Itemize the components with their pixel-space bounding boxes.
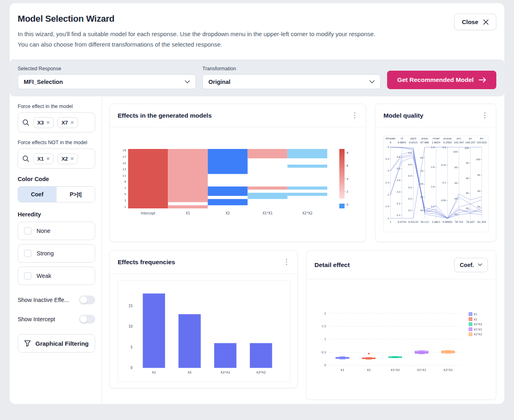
chip-x1[interactable]: X1✕ [33,153,54,164]
filters-sidebar: Force effect in the model X3✕ X7✕ Force … [10,96,102,420]
svg-text:15: 15 [128,304,133,308]
svg-text:0.1: 0.1 [408,209,412,212]
svg-text:4: 4 [347,177,349,181]
svg-text:bic: bic [480,137,483,140]
svg-text:2: 2 [347,190,348,194]
heredity-option-none[interactable]: None [18,222,95,240]
svg-text:0.2002: 0.2002 [443,141,452,144]
chip-label: X7 [61,120,68,126]
show-inactive-effects-toggle[interactable] [79,296,95,304]
get-recommended-model-label: Get Recommended Model [397,76,473,84]
selected-response-select[interactable]: MFI_Selection [18,74,196,89]
show-intercept-row: Show Intercept [18,315,95,324]
force-out-searchbox[interactable]: X1✕ X2✕ [18,149,95,169]
svg-text:1.6: 1.6 [431,166,434,168]
chip-remove-icon[interactable]: ✕ [46,120,50,125]
chip-x2[interactable]: X2✕ [57,153,78,164]
chip-x3[interactable]: X3✕ [33,117,54,128]
svg-text:13: 13 [122,168,126,171]
show-intercept-toggle[interactable] [79,315,95,324]
svg-text:rmsef: rmsef [432,137,440,140]
svg-text:76.647: 76.647 [466,220,475,223]
svg-text:0.05: 0.05 [441,199,446,202]
svg-text:X2*X2: X2*X2 [443,368,453,372]
svg-text:1: 1 [390,220,391,223]
model-quality-card: Model quality dfmodel4111.522.533.54r20.… [375,104,496,242]
detail-effect-metric-select[interactable]: Coef. [454,258,488,272]
svg-text:0.03133: 0.03133 [408,220,418,223]
svg-text:X2: X2 [473,318,477,321]
response-toolbar: Selected Response MFI_Selection Transfor… [10,59,504,96]
detail-effect-metric-value: Coef. [460,262,474,268]
color-code-option-coef[interactable]: Coef [18,187,56,202]
svg-text:1.4: 1.4 [431,186,434,188]
svg-text:X1*X2: X1*X2 [473,323,482,326]
detail-effect-card: Detail effect Coef. 00.511.52X1X2X1*X2X1… [306,250,496,400]
checkbox-icon[interactable] [24,250,31,257]
svg-text:95: 95 [466,162,469,164]
svg-text:Intercept: Intercept [141,212,155,215]
svg-text:adjr2: adjr2 [410,137,416,140]
selected-response-field: Selected Response MFI_Selection [18,66,196,89]
svg-text:2: 2 [324,312,326,315]
svg-text:0.0734: 0.0734 [398,220,406,223]
effects-heatmap-chart: InterceptX1X2X1*X1X2*X213579111315171986… [118,147,358,221]
force-in-searchbox[interactable]: X3✕ X7✕ [18,112,95,133]
svg-text:X1*X1: X1*X1 [220,371,230,374]
svg-text:1: 1 [388,217,389,220]
detail-effect-box-chart: 00.511.52X1X2X1*X2X1*X1X2*X2X1X2X1*X2X1*… [314,292,491,376]
transformation-select[interactable]: Original [202,74,381,89]
svg-text:80: 80 [466,207,469,210]
model-quality-parallel-chart: dfmodel4111.522.533.54r20.68430.07340.10… [383,134,489,234]
svg-text:X1: X1 [186,212,190,215]
svg-text:78.753: 78.753 [455,220,463,223]
svg-text:11: 11 [122,174,126,177]
color-code-heading: Color Code [18,176,95,182]
chip-remove-icon[interactable]: ✕ [70,120,74,125]
kebab-menu-icon[interactable] [352,110,358,121]
chevron-down-icon [369,80,375,84]
wizard-header: Model Selection Wizard In this wizard, y… [10,3,504,54]
chip-remove-icon[interactable]: ✕ [46,156,50,161]
get-recommended-model-button[interactable]: Get Recommended Model [387,71,496,89]
svg-text:press: press [421,137,428,140]
color-code-option-pt[interactable]: P>|t| [56,187,95,202]
svg-text:X1: X1 [473,313,477,316]
svg-text:0.00001: 0.00001 [443,220,453,223]
chip-remove-icon[interactable]: ✕ [70,156,74,161]
svg-text:0.6515: 0.6515 [409,141,418,144]
svg-text:100.297: 100.297 [465,141,475,144]
description-line-1: In this wizard, you'll find a suitable m… [18,29,375,39]
wizard-content: Force effect in the model X3✕ X7✕ Force … [10,96,504,420]
description-line-2: You can also choose from different trans… [18,39,375,50]
chip-x7[interactable]: X7✕ [57,117,78,128]
heredity-heading: Heredity [18,211,95,218]
color-code-segmented: Coef P>|t| [18,186,95,202]
svg-text:r2: r2 [401,137,403,140]
svg-text:95: 95 [455,166,458,169]
svg-text:aicc: aicc [457,137,461,140]
svg-text:0: 0 [324,363,326,367]
checkbox-icon[interactable] [24,227,31,234]
svg-text:0.15: 0.15 [441,164,446,166]
kebab-menu-icon[interactable] [284,257,290,267]
svg-text:100: 100 [453,151,457,153]
svg-text:90: 90 [455,182,458,184]
detail-effect-title: Detail effect [314,261,350,269]
wizard-description: In this wizard, you'll find a suitable m… [18,29,375,50]
svg-text:85: 85 [466,192,469,194]
svg-text:0.6843: 0.6843 [398,141,406,144]
checkbox-icon[interactable] [24,272,31,279]
svg-text:17: 17 [122,155,126,159]
close-button[interactable]: Close [454,14,496,30]
heredity-option-weak[interactable]: Weak [18,267,95,285]
svg-text:9: 9 [124,180,126,183]
kebab-menu-icon[interactable] [482,110,488,121]
heredity-option-label: Weak [37,273,51,279]
chip-label: X2 [61,156,68,162]
chip-label: X3 [37,120,44,126]
svg-text:1.5: 1.5 [321,324,326,328]
svg-text:aic: aic [469,137,472,140]
graphical-filtering-button[interactable]: Graphical Filtering [18,334,95,353]
heredity-option-strong[interactable]: Strong [18,244,95,263]
